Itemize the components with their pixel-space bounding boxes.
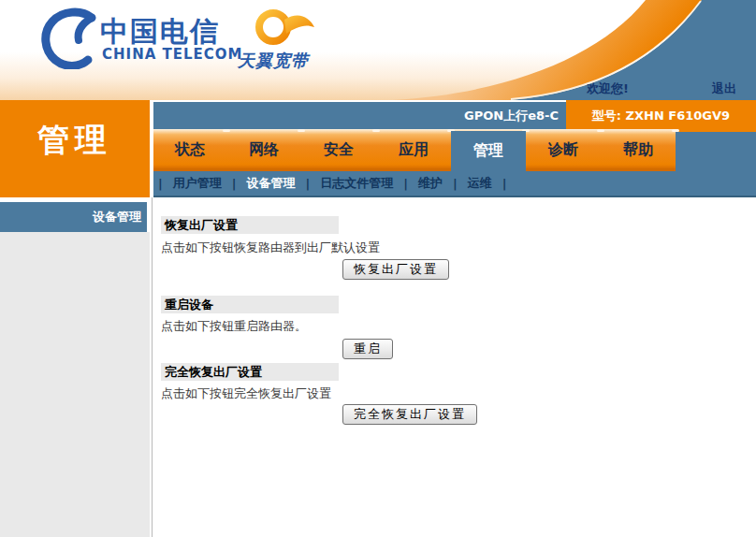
tab-help[interactable]: 帮助 bbox=[601, 129, 676, 168]
sidebar-background bbox=[0, 232, 150, 537]
section-title-restore-defaults: 恢复出厂设置 bbox=[161, 216, 339, 234]
side-panel: 管理 bbox=[0, 100, 150, 197]
section-title-full-restore: 完全恢复出厂设置 bbox=[161, 363, 339, 381]
tab-corner-highlight bbox=[672, 129, 679, 132]
subnav-item-maintenance[interactable]: 维护 bbox=[418, 175, 443, 192]
full-restore-button[interactable]: 完全恢复出厂设置 bbox=[342, 404, 477, 425]
subnav-item-log-file-management[interactable]: 日志文件管理 bbox=[320, 175, 393, 192]
header: 中国电信 CHINA TELECOM 天翼宽带 欢迎您! 退出 bbox=[0, 0, 756, 100]
tab-status[interactable]: 状态 bbox=[153, 129, 226, 168]
side-panel-title: 管理 bbox=[0, 119, 150, 162]
china-telecom-logo-icon bbox=[37, 7, 101, 69]
subnav-separator: | bbox=[306, 177, 311, 191]
subnav-separator: | bbox=[232, 177, 237, 191]
section-title-reboot-device: 重启设备 bbox=[161, 296, 339, 313]
tab-corner-highlight bbox=[597, 129, 604, 132]
uplink-mode-bar: GPON上行e8-C bbox=[153, 102, 566, 129]
sidebar-divider bbox=[152, 197, 153, 537]
subnav-item-user-management[interactable]: 用户管理 bbox=[173, 175, 222, 192]
section-desc-full-restore: 点击如下按钮完全恢复出厂设置 bbox=[161, 385, 331, 402]
tab-network[interactable]: 网络 bbox=[226, 129, 301, 168]
subnav-separator: | bbox=[403, 177, 408, 191]
subnav-separator: | bbox=[158, 177, 163, 191]
subnav-item-device-management[interactable]: 设备管理 bbox=[247, 175, 296, 192]
reboot-button[interactable]: 重启 bbox=[342, 339, 393, 359]
tianyi-broadband-logo-icon bbox=[245, 5, 314, 51]
tab-security[interactable]: 安全 bbox=[301, 129, 376, 168]
sub-nav-bar: | 用户管理 | 设备管理 | 日志文件管理 | 维护 | 运维 | bbox=[153, 171, 756, 197]
tab-management[interactable]: 管理 bbox=[451, 131, 526, 173]
router-admin-page: 中国电信 CHINA TELECOM 天翼宽带 欢迎您! 退出 管理 GPON上… bbox=[0, 0, 756, 537]
model-label: 型号: ZXHN F610GV9 bbox=[566, 100, 756, 132]
tab-corner-highlight bbox=[372, 129, 380, 132]
logout-link[interactable]: 退出 bbox=[712, 80, 736, 97]
tab-corner-highlight bbox=[223, 129, 230, 132]
tab-diagnosis[interactable]: 诊断 bbox=[526, 129, 601, 168]
subnav-separator: | bbox=[502, 177, 507, 191]
tab-corner-highlight bbox=[298, 129, 305, 132]
section-desc-reboot-device: 点击如下按钮重启路由器。 bbox=[161, 318, 307, 335]
restore-defaults-button[interactable]: 恢复出厂设置 bbox=[342, 259, 449, 280]
china-telecom-en-text: CHINA TELECOM bbox=[102, 46, 243, 63]
welcome-text: 欢迎您! bbox=[587, 80, 629, 97]
subnav-separator: | bbox=[453, 177, 458, 191]
sidebar-item-device-management[interactable]: 设备管理 bbox=[0, 202, 147, 232]
section-desc-restore-defaults: 点击如下按钮恢复路由器到出厂默认设置 bbox=[161, 239, 380, 256]
subnav-item-operation[interactable]: 运维 bbox=[468, 175, 492, 192]
main-nav-tabbar: 状态 网络 安全 应用 管理 诊断 帮助 bbox=[153, 129, 676, 171]
tab-application[interactable]: 应用 bbox=[376, 129, 451, 168]
tianyi-broadband-text: 天翼宽带 bbox=[238, 50, 309, 72]
